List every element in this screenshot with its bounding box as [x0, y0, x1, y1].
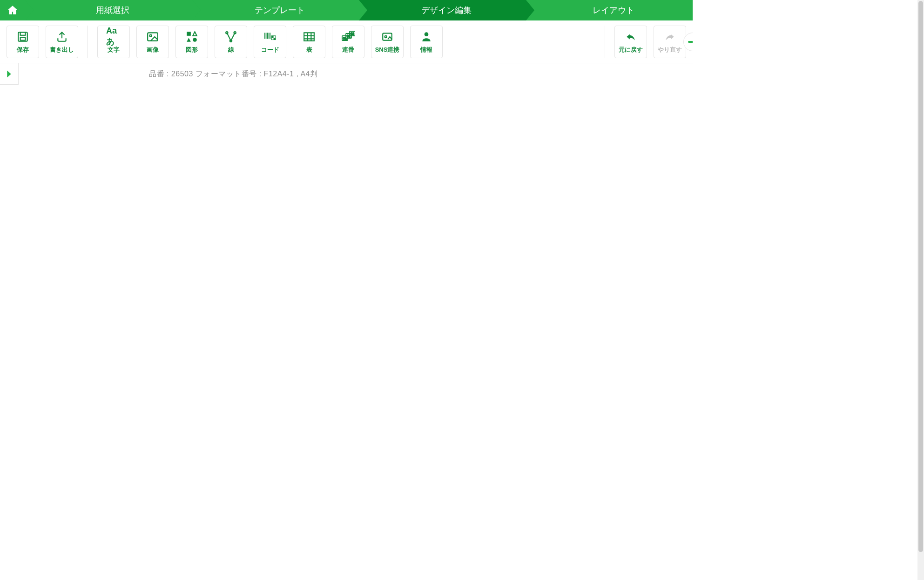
side-panel-toggle[interactable]	[0, 63, 19, 85]
toolbar-divider	[88, 26, 88, 58]
minus-icon	[688, 41, 693, 43]
redo-label: やり直す	[658, 46, 682, 54]
shape-icon	[184, 30, 199, 44]
image-label: 画像	[147, 46, 159, 54]
info-label: 情報	[420, 46, 432, 54]
undo-icon	[623, 30, 638, 44]
sns-button[interactable]: SNS連携	[371, 26, 404, 58]
svg-rect-15	[269, 33, 269, 39]
chevron-right-icon	[6, 69, 13, 79]
wizard-step-design[interactable]: デザイン編集	[359, 0, 526, 20]
image-icon	[145, 30, 160, 44]
toolbar-divider	[605, 26, 605, 58]
text-icon: Aaあ	[106, 30, 121, 44]
sub-header: 品番 : 26503 フォーマット番号 : F12A4-1 , A4判	[0, 63, 693, 85]
undo-button[interactable]: 元に戻す	[614, 26, 647, 58]
redo-icon	[662, 30, 677, 44]
info-button[interactable]: 情報	[410, 26, 443, 58]
paper-info-text: 品番 : 26503 フォーマット番号 : F12A4-1 , A4判	[149, 69, 318, 79]
svg-rect-13	[266, 33, 266, 39]
svg-marker-6	[193, 32, 197, 36]
text-button[interactable]: Aaあ 文字	[97, 26, 130, 58]
svg-point-29	[425, 32, 429, 36]
svg-rect-20	[304, 33, 314, 40]
wizard-step-layout[interactable]: レイアウト	[526, 0, 693, 20]
table-icon	[302, 30, 317, 44]
home-button[interactable]	[0, 0, 25, 20]
barcode-icon	[263, 30, 277, 44]
line-label: 線	[228, 46, 234, 54]
toolbar-right-group: 元に戻す やり直す	[602, 26, 686, 58]
svg-rect-19	[274, 38, 276, 40]
export-label: 書き出し	[50, 46, 74, 54]
svg-point-4	[150, 34, 152, 36]
text-label: 文字	[108, 46, 120, 54]
shape-label: 図形	[186, 46, 198, 54]
svg-rect-3	[148, 33, 158, 40]
wizard-step-paper[interactable]: 用紙選択	[25, 0, 192, 20]
save-label: 保存	[17, 46, 29, 54]
undo-label: 元に戻す	[619, 46, 643, 54]
sns-label: SNS連携	[375, 46, 400, 54]
line-icon	[223, 30, 238, 44]
export-icon	[54, 30, 69, 44]
svg-rect-1	[20, 32, 26, 35]
svg-rect-2	[20, 37, 26, 40]
svg-text:03: 03	[351, 32, 354, 35]
serial-icon: 010203	[341, 30, 356, 44]
svg-marker-7	[187, 38, 191, 42]
svg-point-8	[193, 38, 197, 42]
svg-point-28	[385, 35, 387, 37]
redo-button[interactable]: やり直す	[654, 26, 686, 58]
save-button[interactable]: 保存	[7, 26, 39, 58]
serial-label: 連番	[342, 46, 354, 54]
home-icon	[7, 4, 19, 16]
code-label: コード	[261, 46, 279, 54]
svg-rect-14	[267, 33, 268, 39]
wizard-step-label: 用紙選択	[96, 5, 129, 16]
svg-rect-12	[264, 33, 265, 39]
save-icon	[15, 30, 30, 44]
wizard-header: 用紙選択 テンプレート デザイン編集 レイアウト	[0, 0, 693, 20]
table-button[interactable]: 表	[293, 26, 325, 58]
wizard-step-label: レイアウト	[593, 5, 634, 16]
svg-rect-18	[271, 35, 273, 37]
export-button[interactable]: 書き出し	[46, 26, 78, 58]
sns-icon	[380, 30, 395, 44]
person-icon	[419, 30, 434, 44]
wizard-step-template[interactable]: テンプレート	[192, 0, 359, 20]
table-label: 表	[306, 46, 312, 54]
wizard-step-label: テンプレート	[255, 5, 305, 16]
shape-button[interactable]: 図形	[175, 26, 208, 58]
line-button[interactable]: 線	[215, 26, 247, 58]
serial-button[interactable]: 010203 連番	[332, 26, 364, 58]
toolbar: 保存 書き出し Aaあ 文字 画像 図形 線 コード	[0, 20, 693, 63]
image-button[interactable]: 画像	[136, 26, 169, 58]
svg-rect-16	[270, 33, 270, 39]
wizard-step-label: デザイン編集	[421, 5, 472, 16]
svg-rect-5	[187, 32, 191, 36]
code-button[interactable]: コード	[254, 26, 286, 58]
